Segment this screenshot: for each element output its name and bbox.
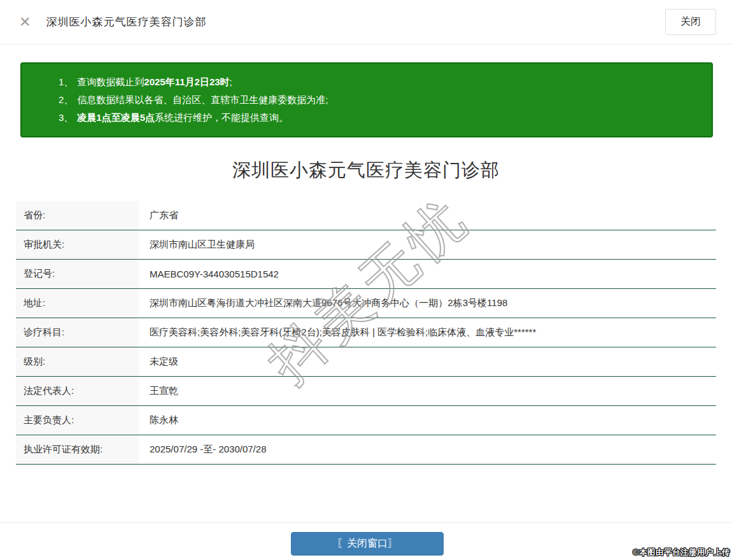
row-label: 登记号: [16,260,139,288]
close-button[interactable]: 关闭 [665,9,716,35]
table-row-main-person-in-charge: 主要负责人: 陈永林 [16,406,716,435]
notice-item-text: 信息数据结果以各省、自治区、直辖市卫生健康委数据为准; [77,94,328,105]
row-value: MAEBC09Y-344030515D1542 [139,269,279,279]
row-value: 陈永林 [139,414,178,426]
notice-item-text: 查询数据截止到 [77,76,144,87]
row-value: 深圳市南山区卫生健康局 [139,239,255,251]
row-value: 2025/07/29 -至- 2030/07/28 [139,444,266,456]
table-row-legal-representative: 法定代表人: 王宣乾 [16,377,716,406]
row-label: 省份: [16,201,139,230]
table-row-license-validity: 执业许可证有效期: 2025/07/29 -至- 2030/07/28 [16,435,716,465]
top-header-bar: ✕ 深圳医小森元气医疗美容门诊部 关闭 [0,0,732,45]
notice-item-3: 3、凌晨1点至凌晨5点系统进行维护，不能提供查询。 [59,109,699,127]
notice-item-number: 1、 [59,76,73,87]
row-label: 级别: [16,347,139,376]
notice-item-text: ; [230,76,232,87]
row-value: 王宣乾 [139,385,178,397]
footer-divider [0,522,732,523]
row-label: 主要负责人: [16,406,139,435]
table-row-registration-number: 登记号: MAEBC09Y-344030515D1542 [16,260,716,289]
notice-item-bold-text: 2025年11月2日23时 [144,76,229,87]
copyright-watermark: ©本图由平台注册用户上传 [633,547,730,558]
table-row-level: 级别: 未定级 [16,347,716,377]
table-row-address: 地址: 深圳市南山区粤海街道大冲社区深南大道9676号大冲商务中心（一期）2栋3… [16,289,716,318]
notice-item-bold-text: 凌晨1点至凌晨5点 [77,112,155,123]
notice-item-text: 系统进行维护，不能提供查询。 [155,112,288,123]
table-row-province: 省份: 广东省 [16,201,716,230]
notice-item-number: 2、 [59,94,73,105]
notice-item-1: 1、查询数据截止到2025年11月2日23时; [59,73,699,91]
notice-banner: 1、查询数据截止到2025年11月2日23时; 2、信息数据结果以各省、自治区、… [20,62,713,137]
window-title: 深圳医小森元气医疗美容门诊部 [46,15,206,29]
table-row-medical-subjects: 诊疗科目: 医疗美容科;美容外科;美容牙科(牙椅2台);美容皮肤科 | 医学检验… [16,318,716,347]
row-label: 执业许可证有效期: [16,435,139,464]
notice-item-number: 3、 [59,112,73,123]
row-label: 诊疗科目: [16,318,139,347]
row-value: 未定级 [139,356,178,368]
row-label: 法定代表人: [16,377,139,405]
notice-item-2: 2、信息数据结果以各省、自治区、直辖市卫生健康委数据为准; [59,91,699,109]
row-label: 地址: [16,289,139,318]
row-label: 审批机关: [16,230,139,259]
institution-info-table: 省份: 广东省 审批机关: 深圳市南山区卫生健康局 登记号: MAEBC09Y-… [16,201,716,465]
close-x-icon[interactable]: ✕ [19,15,31,29]
table-row-approval-authority: 审批机关: 深圳市南山区卫生健康局 [16,230,716,260]
row-value: 医疗美容科;美容外科;美容牙科(牙椅2台);美容皮肤科 | 医学检验科;临床体液… [139,326,536,339]
row-value: 广东省 [139,209,178,221]
page-title: 深圳医小森元气医疗美容门诊部 [0,158,732,183]
row-value: 深圳市南山区粤海街道大冲社区深南大道9676号大冲商务中心（一期）2栋3号楼11… [139,297,507,309]
close-window-button[interactable]: 〖关闭窗口〗 [291,532,444,556]
